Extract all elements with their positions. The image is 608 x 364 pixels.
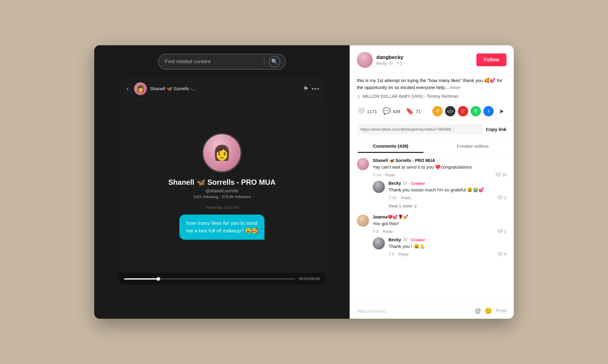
at-icon[interactable]: @ bbox=[475, 307, 481, 314]
reply-button-r1[interactable]: Reply bbox=[401, 195, 411, 200]
search-bar[interactable]: 🔍 bbox=[158, 54, 286, 70]
like-count-2: 2 bbox=[504, 229, 506, 234]
comment-thread-1: Shanell 🦋 Sorrells - PRO MUA Yay can't w… bbox=[357, 158, 506, 208]
share-icons: ↺ </> ▽ ✆ f ➤ bbox=[432, 106, 506, 116]
share-repost-icon[interactable]: ↺ bbox=[432, 106, 443, 116]
profile-handle: @shanell.sorrells bbox=[206, 188, 238, 193]
comment-input-bar: @ 🙂 Post bbox=[350, 303, 514, 319]
comment-text-1: Yay can't wait to send it to you ❤️congr… bbox=[373, 164, 506, 170]
poster-sub: Becky 🤍 · 7-1 bbox=[376, 61, 473, 66]
bookmarks-count: 71 bbox=[416, 109, 421, 114]
search-input[interactable] bbox=[165, 59, 260, 65]
tabs-bar: Comments (439) Creator videos bbox=[350, 139, 514, 153]
creator-badge-1: Creator bbox=[411, 181, 425, 186]
link-input[interactable] bbox=[357, 124, 483, 135]
comment-avatar-2 bbox=[357, 215, 369, 227]
back-button[interactable]: ‹ bbox=[124, 84, 131, 94]
comment-input[interactable] bbox=[357, 308, 471, 314]
post-caption: this is my 1st attempt on trying the "ho… bbox=[350, 73, 514, 94]
progress-bar[interactable] bbox=[124, 278, 295, 280]
like-count-r2: 0 bbox=[504, 252, 506, 256]
caption-text: this is my 1st attempt on trying the "ho… bbox=[357, 78, 502, 90]
video-avatar-img: 👩 bbox=[134, 82, 147, 95]
profile-circle: 👩 bbox=[202, 133, 242, 173]
reply-date-2: 7-3 bbox=[389, 252, 394, 256]
post-header: dangbecky Becky 🤍 · 7-1 Follow bbox=[350, 45, 514, 73]
comment-meta-1: 7-13 Reply 🤍 10 bbox=[373, 172, 506, 178]
reply-thread-2: Becky 🤍 · Creator Thank you ! 😩🙏 7-3 Rep… bbox=[357, 237, 506, 257]
emoji-icon[interactable]: 🙂 bbox=[485, 307, 492, 314]
bookmark-icon: 🔖 bbox=[406, 107, 414, 115]
reply-like-1: 🤍 2 bbox=[497, 195, 506, 201]
copy-link-button[interactable]: Copy link bbox=[486, 127, 506, 132]
share-whatsapp-icon[interactable]: ✆ bbox=[471, 106, 481, 116]
reply-text-2: Thank you ! 😩🙏 bbox=[389, 243, 506, 249]
share-facebook-icon[interactable]: f bbox=[483, 106, 494, 116]
reply-text-1: Thank you soooo much I'm so grateful 😩😭💕 bbox=[389, 187, 506, 193]
share-embed-icon[interactable]: </> bbox=[445, 106, 455, 116]
right-panel: dangbecky Becky 🤍 · 7-1 Follow this is m… bbox=[350, 45, 514, 319]
comment-avatar-1 bbox=[357, 158, 369, 170]
reply-avatar-2 bbox=[373, 237, 385, 249]
like-icon-r1[interactable]: 🤍 bbox=[497, 195, 503, 201]
reply-button-1[interactable]: Reply bbox=[385, 173, 395, 177]
main-container: 🔍 ‹ 👩 Shanell 🦋 Sorrells -... ⚑ ••• 👩 Sh… bbox=[94, 45, 514, 319]
progress-fill bbox=[124, 278, 158, 280]
reply-button-r2[interactable]: Reply bbox=[399, 252, 409, 256]
tab-creator-videos-label: Creator videos bbox=[457, 143, 489, 149]
tab-creator-videos[interactable]: Creator videos bbox=[432, 139, 514, 153]
reply-body-1: Becky 🤍 · Creator Thank you soooo much I… bbox=[389, 181, 506, 201]
profile-name: Shanell 🦋 Sorrells - PRO MUA bbox=[168, 178, 276, 187]
reply-item-1: Becky 🤍 · Creator Thank you soooo much I… bbox=[373, 181, 506, 201]
reply-author-1: Becky 🤍 · Creator bbox=[389, 181, 506, 186]
comment-thread-2: Joanna❤️💕🌹💅 You got this!! 7-3 Reply 🤍 2 bbox=[357, 215, 506, 257]
action-bar: 🤍 1171 💬 439 🔖 71 ↺ </> ▽ ✆ f ➤ bbox=[350, 103, 514, 121]
reply-meta-2: 7-3 Reply 🤍 0 bbox=[389, 251, 506, 257]
comment-item-1: Shanell 🦋 Sorrells - PRO MUA Yay can't w… bbox=[357, 158, 506, 178]
search-bar-container: 🔍 bbox=[94, 45, 350, 78]
like-count-r1: 2 bbox=[504, 195, 506, 200]
reply-date-1: 7-13 bbox=[389, 195, 396, 200]
comment-meta-2: 7-3 Reply 🤍 2 bbox=[373, 228, 506, 234]
like-icon-r2[interactable]: 🤍 bbox=[497, 251, 503, 257]
like-action[interactable]: 🤍 1171 bbox=[357, 107, 377, 115]
search-icon[interactable]: 🔍 bbox=[269, 56, 280, 67]
comment-action[interactable]: 💬 439 bbox=[382, 107, 400, 115]
comment-body-2: Joanna❤️💕🌹💅 You got this!! 7-3 Reply 🤍 2 bbox=[373, 215, 506, 234]
share-more-icon[interactable]: ➤ bbox=[496, 106, 506, 116]
likes-count: 1171 bbox=[367, 109, 377, 114]
comment-icon: 💬 bbox=[382, 107, 391, 115]
reply-button-2[interactable]: Reply bbox=[383, 229, 393, 234]
reply-item-2: Becky 🤍 · Creator Thank you ! 😩🙏 7-3 Rep… bbox=[373, 237, 506, 257]
like-count-1: 10 bbox=[502, 173, 506, 177]
flag-icon[interactable]: ⚑ bbox=[303, 85, 309, 92]
comment-like-2: 🤍 2 bbox=[497, 228, 506, 234]
video-username: Shanell 🦋 Sorrells -... bbox=[150, 86, 300, 91]
video-header: ‹ 👩 Shanell 🦋 Sorrells -... ⚑ ••• bbox=[119, 78, 325, 100]
search-divider bbox=[264, 58, 264, 65]
chevron-down-icon: ∨ bbox=[414, 204, 417, 208]
view-more-1[interactable]: View 1 more ∨ bbox=[373, 204, 506, 208]
tab-comments-label: Comments (439) bbox=[373, 143, 409, 149]
music-title: MILLION DOLLAR BABY (VHS) - Tommy Richma… bbox=[363, 94, 458, 99]
post-comment-button[interactable]: Post bbox=[496, 308, 506, 314]
follow-button[interactable]: Follow bbox=[476, 53, 506, 66]
poster-avatar-inner bbox=[357, 52, 373, 68]
link-bar: Copy link bbox=[350, 121, 514, 139]
poster-avatar bbox=[357, 52, 373, 68]
comment-body-1: Shanell 🦋 Sorrells - PRO MUA Yay can't w… bbox=[373, 158, 506, 178]
comments-section: Shanell 🦋 Sorrells - PRO MUA Yay can't w… bbox=[350, 153, 514, 303]
comment-author-1: Shanell 🦋 Sorrells - PRO MUA bbox=[373, 158, 506, 163]
bookmark-action[interactable]: 🔖 71 bbox=[406, 107, 421, 115]
tab-comments[interactable]: Comments (439) bbox=[350, 139, 432, 153]
more-options-icon[interactable]: ••• bbox=[312, 85, 320, 92]
share-download-icon[interactable]: ▽ bbox=[458, 106, 468, 116]
more-link[interactable]: more bbox=[450, 85, 460, 90]
video-progress: 00:01/00:06 bbox=[119, 273, 325, 285]
progress-dot bbox=[157, 277, 160, 281]
like-icon-2[interactable]: 🤍 bbox=[497, 228, 503, 234]
poster-name: dangbecky bbox=[376, 54, 473, 60]
reply-thread-1: Becky 🤍 · Creator Thank you soooo much I… bbox=[357, 181, 506, 208]
like-icon-1[interactable]: 🤍 bbox=[495, 172, 501, 178]
time-total: 00:06 bbox=[310, 276, 320, 281]
